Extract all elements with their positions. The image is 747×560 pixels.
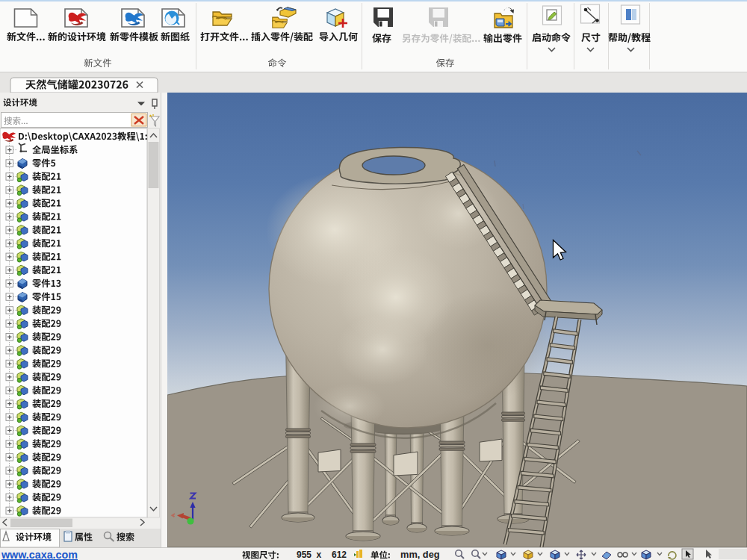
svg-text:612: 612 <box>332 550 347 560</box>
svg-text:955: 955 <box>297 550 311 560</box>
svg-text:x: x <box>317 550 322 560</box>
svg-text:mm, deg: mm, deg <box>400 549 440 560</box>
svg-text:www.caxa.com: www.caxa.com <box>1 549 78 560</box>
